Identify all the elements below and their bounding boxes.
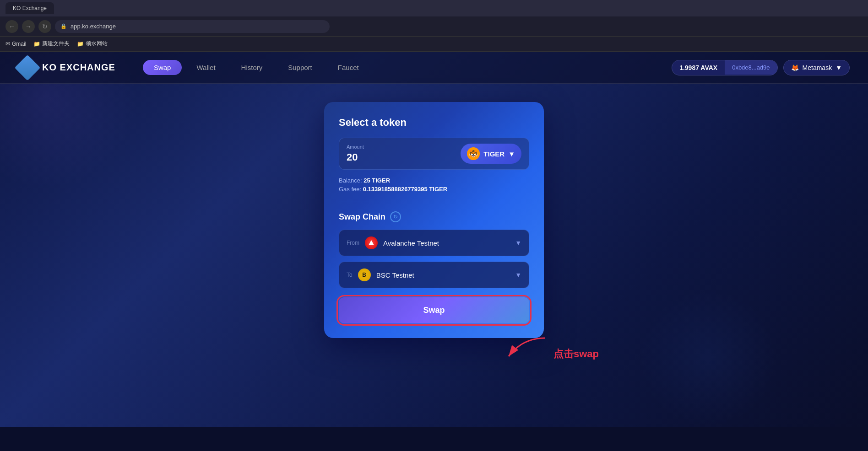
- logo-text: KO EXCHANGE: [42, 62, 115, 73]
- bookmark-gmail[interactable]: ✉ Gmail: [5, 41, 26, 47]
- from-chain-dropdown[interactable]: From Avalanche Testnet ▼: [339, 230, 529, 256]
- logo-area: KO EXCHANGE: [18, 59, 115, 77]
- nav-history[interactable]: History: [230, 60, 274, 75]
- input-left: Amount: [347, 144, 461, 163]
- card-title: Select a token: [339, 117, 529, 129]
- bookmark-faucet[interactable]: 📁 领水网站: [77, 40, 108, 48]
- metamask-chevron-icon: ▼: [835, 64, 842, 71]
- bookmark-folder-label: 新建文件夹: [42, 40, 70, 48]
- token-icon: 🐯: [467, 147, 480, 160]
- amount-label: Amount: [347, 144, 461, 150]
- bookmarks-bar: ✉ Gmail 📁 新建文件夹 📁 领水网站: [0, 37, 868, 51]
- browser-tab-bar: KO Exchange: [0, 0, 868, 16]
- balance-amount: 1.9987 AVAX: [672, 60, 725, 75]
- from-label: From: [347, 240, 359, 246]
- to-chain-chevron-icon: ▼: [515, 271, 521, 279]
- balance-button[interactable]: 1.9987 AVAX 0xbde8...ad9e: [672, 60, 777, 75]
- tiger-icon: 🐯: [469, 150, 478, 158]
- token-chevron-icon: ▼: [508, 150, 515, 158]
- nav-links: Swap Wallet History Support Faucet: [143, 60, 672, 75]
- balance-value: 25 TIGER: [363, 177, 390, 184]
- nav-faucet[interactable]: Faucet: [327, 60, 370, 75]
- metamask-icon: 🦊: [791, 64, 799, 71]
- to-chain-dropdown[interactable]: To B BSC Testnet ▼: [339, 262, 529, 288]
- from-chain-chevron-icon: ▼: [515, 239, 521, 247]
- svg-marker-0: [369, 240, 374, 245]
- bookmark-new-folder[interactable]: 📁 新建文件夹: [33, 40, 70, 48]
- back-button[interactable]: ←: [5, 20, 18, 33]
- folder-icon: 📁: [33, 41, 40, 47]
- bsc-icon: B: [358, 268, 371, 281]
- divider: [339, 202, 529, 202]
- to-chain-left: To B BSC Testnet: [347, 268, 414, 281]
- avax-icon: [365, 236, 378, 249]
- balance-info: Balance: 25 TIGER: [339, 177, 529, 184]
- logo-icon: [15, 54, 41, 81]
- swap-button[interactable]: Swap: [339, 297, 529, 323]
- gmail-icon: ✉: [5, 41, 10, 47]
- token-input-wrapper: Amount 🐯 TIGER ▼: [339, 138, 529, 170]
- gas-fee-value: 0.133918588826779395 TIGER: [363, 186, 447, 193]
- bookmark-gmail-label: Gmail: [12, 41, 26, 47]
- amount-input[interactable]: [347, 151, 461, 163]
- balance-label: Balance:: [339, 177, 362, 184]
- swap-chain-title: Swap Chain: [339, 212, 385, 222]
- nav-right: 1.9987 AVAX 0xbde8...ad9e 🦊 Metamask ▼: [672, 60, 850, 75]
- reload-button[interactable]: ↻: [38, 20, 51, 33]
- gas-fee-label: Gas fee:: [339, 186, 361, 193]
- main-content: Select a token Amount 🐯 TIGER ▼: [0, 84, 868, 365]
- metamask-label: Metamask: [803, 64, 832, 71]
- arrow-svg: [504, 333, 550, 361]
- token-selector[interactable]: 🐯 TIGER ▼: [461, 144, 521, 164]
- arrow-annotation: 点击swap: [504, 333, 599, 361]
- app-container: KO EXCHANGE Swap Wallet History Support …: [0, 52, 868, 427]
- card-wrapper: Select a token Amount 🐯 TIGER ▼: [324, 102, 544, 338]
- wallet-address: 0xbde8...ad9e: [725, 60, 777, 75]
- metamask-button[interactable]: 🦊 Metamask ▼: [783, 60, 850, 75]
- navbar: KO EXCHANGE Swap Wallet History Support …: [0, 52, 868, 84]
- browser-controls: ← → ↻ 🔒 app.ko.exchange: [0, 16, 868, 37]
- to-label: To: [347, 272, 353, 278]
- forward-button[interactable]: →: [22, 20, 35, 33]
- from-chain-left: From Avalanche Testnet: [347, 236, 439, 249]
- lock-icon: 🔒: [60, 23, 67, 29]
- nav-wallet[interactable]: Wallet: [185, 60, 226, 75]
- tab-label: KO Exchange: [13, 5, 47, 11]
- from-chain-name: Avalanche Testnet: [383, 239, 439, 247]
- nav-swap[interactable]: Swap: [143, 60, 182, 75]
- swap-chain-header: Swap Chain ↻: [339, 211, 529, 222]
- gas-fee-info: Gas fee: 0.133918588826779395 TIGER: [339, 186, 529, 193]
- annotation-text: 点击swap: [553, 347, 599, 361]
- to-chain-name: BSC Testnet: [376, 271, 414, 279]
- url-text: app.ko.exchange: [71, 23, 116, 30]
- browser-tab[interactable]: KO Exchange: [5, 2, 54, 14]
- faucet-bookmark-icon: 📁: [77, 41, 84, 47]
- token-name: TIGER: [483, 150, 505, 158]
- refresh-icon[interactable]: ↻: [390, 211, 401, 222]
- swap-card: Select a token Amount 🐯 TIGER ▼: [324, 102, 544, 338]
- nav-support[interactable]: Support: [277, 60, 323, 75]
- bookmark-faucet-label: 领水网站: [86, 40, 108, 48]
- address-bar[interactable]: 🔒 app.ko.exchange: [55, 20, 330, 33]
- browser-chrome: KO Exchange ← → ↻ 🔒 app.ko.exchange ✉ Gm…: [0, 0, 868, 52]
